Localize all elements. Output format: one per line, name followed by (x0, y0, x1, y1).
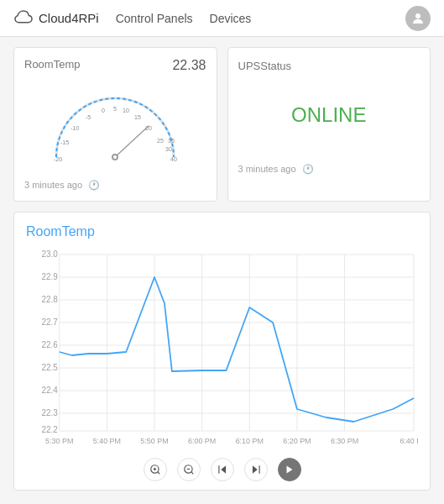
app-header: Cloud4RPi Control Panels Devices (0, 0, 444, 37)
svg-text:6:30 PM: 6:30 PM (331, 437, 358, 445)
svg-text:5:40 PM: 5:40 PM (93, 437, 121, 445)
zoom-in-icon (149, 464, 161, 475)
svg-text:10: 10 (123, 108, 129, 113)
user-icon (410, 11, 426, 26)
svg-text:-15: -15 (60, 139, 69, 145)
zoom-out-icon (183, 464, 195, 475)
svg-text:22.6: 22.6 (41, 340, 58, 349)
main-nav: Control Panels Devices (116, 8, 405, 29)
zoom-out-button[interactable] (177, 458, 201, 481)
svg-line-56 (191, 472, 193, 475)
svg-line-52 (157, 472, 159, 475)
ups-status-card: UPSStatus ONLINE 3 minutes ago 🕐 (227, 47, 431, 202)
svg-text:6:20 PM: 6:20 PM (283, 437, 311, 445)
svg-text:6:40 PM: 6:40 PM (400, 437, 418, 445)
svg-point-0 (415, 13, 420, 18)
chart-section: RoomTemp 23.0 22.9 22.8 22 (13, 212, 431, 491)
chart-controls (26, 451, 418, 490)
gauge-container: -20 -15 -10 -5 0 5 10 15 20 25 (24, 74, 206, 173)
room-temp-clock-icon: 🕐 (88, 180, 100, 190)
svg-marker-62 (286, 466, 292, 474)
user-avatar[interactable] (405, 6, 431, 31)
nav-devices[interactable]: Devices (210, 8, 252, 29)
logo-icon (13, 8, 34, 29)
svg-text:23.0: 23.0 (41, 249, 58, 259)
chart-svg: 23.0 22.9 22.8 22.7 22.6 22.5 22.4 22.3 … (26, 246, 418, 448)
svg-text:5:50 PM: 5:50 PM (140, 437, 168, 445)
chart-title: RoomTemp (26, 224, 418, 239)
ups-status-display: ONLINE (238, 73, 420, 157)
gauge-svg: -20 -15 -10 -5 0 5 10 15 20 25 (39, 77, 191, 170)
play-icon (285, 465, 295, 475)
svg-text:-5: -5 (86, 114, 91, 120)
room-temp-title: RoomTemp (24, 58, 80, 71)
svg-line-14 (115, 126, 149, 157)
svg-text:35: 35 (168, 138, 175, 144)
svg-text:22.8: 22.8 (41, 295, 58, 304)
svg-text:22.4: 22.4 (41, 386, 58, 395)
svg-text:5: 5 (113, 106, 117, 112)
prev-button[interactable] (211, 458, 234, 481)
ups-status-value: ONLINE (291, 103, 366, 127)
svg-text:22.7: 22.7 (41, 318, 58, 327)
ups-status-footer: 3 minutes ago 🕐 (238, 164, 420, 175)
zoom-in-button[interactable] (144, 458, 167, 481)
svg-text:0: 0 (102, 108, 105, 113)
skip-back-icon (217, 464, 228, 475)
ups-status-title: UPSStatus (238, 60, 292, 72)
svg-text:22.2: 22.2 (41, 425, 58, 434)
svg-text:5:30 PM: 5:30 PM (45, 437, 73, 445)
svg-text:40: 40 (170, 156, 177, 162)
chart-wrapper: 23.0 22.9 22.8 22.7 22.6 22.5 22.4 22.3 … (26, 246, 418, 451)
logo-text: Cloud4RPi (39, 11, 99, 25)
ups-clock-icon: 🕐 (302, 164, 314, 174)
svg-text:-20: -20 (54, 156, 62, 162)
room-temp-card: RoomTemp 22.38 -20 -15 -10 -5 0 (13, 47, 217, 202)
svg-text:22.5: 22.5 (41, 363, 58, 372)
svg-text:30: 30 (165, 146, 172, 152)
svg-text:6:00 PM: 6:00 PM (188, 437, 216, 445)
logo[interactable]: Cloud4RPi (13, 8, 99, 29)
svg-text:15: 15 (134, 114, 141, 120)
play-button[interactable] (278, 458, 301, 481)
next-button[interactable] (244, 458, 268, 481)
nav-control-panels[interactable]: Control Panels (116, 8, 193, 29)
svg-text:22.9: 22.9 (41, 272, 58, 281)
svg-text:22.3: 22.3 (41, 408, 58, 417)
skip-forward-icon (250, 464, 262, 475)
svg-marker-60 (252, 465, 257, 473)
svg-text:-10: -10 (71, 125, 79, 131)
room-temp-footer: 3 minutes ago 🕐 (24, 180, 206, 191)
svg-point-16 (113, 155, 117, 159)
svg-marker-58 (221, 465, 226, 473)
svg-text:6:10 PM: 6:10 PM (236, 437, 264, 445)
svg-text:25: 25 (157, 138, 164, 144)
cards-row: RoomTemp 22.38 -20 -15 -10 -5 0 (0, 37, 444, 212)
room-temp-value: 22.38 (172, 58, 206, 73)
